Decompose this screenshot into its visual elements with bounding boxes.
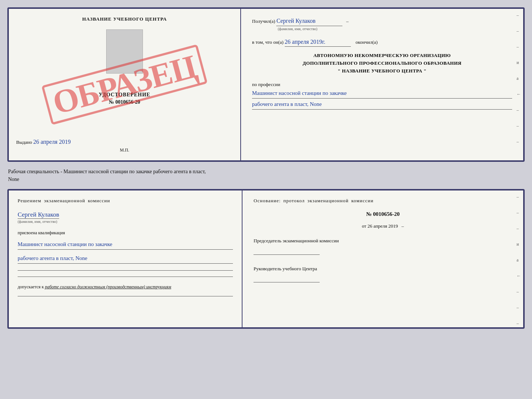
commission-title: Решением экзаменационной комиссии <box>18 198 233 204</box>
separator-line-2 <box>18 277 233 277</box>
protocol-date-prefix: от <box>362 223 366 229</box>
head-block: Руководитель учебного Центра <box>254 265 512 283</box>
cert-number: № 0010656-20 <box>109 99 140 105</box>
protocol-number: № 0010656-20 <box>254 211 512 217</box>
top-document: НАЗВАНИЕ УЧЕБНОГО ЦЕНТРА ОБРАЗЕЦ УДОСТОВ… <box>7 7 525 162</box>
received-field: Получил(а) Сергей Кулаков – (фамилия, им… <box>252 16 512 32</box>
head-signature-line <box>254 274 320 282</box>
qualification-label: присвоена квалификация <box>18 230 233 236</box>
person-block: Сергей Кулаков (фамилия, имя, отчество) <box>18 210 233 224</box>
bottom-left-panel: Решением экзаменационной комиссии Сергей… <box>9 190 242 327</box>
date-field: в том, что он(а) 26 апреля 2019г. окончи… <box>252 37 512 47</box>
side-dashes: – – – и а ← – – – <box>517 13 521 145</box>
date-label: в том, что он(а) <box>252 39 284 45</box>
issued-date: 26 апреля 2019 <box>33 139 71 145</box>
received-name: Сергей Кулаков <box>276 16 342 26</box>
protocol-date-value: 26 апреля 2019 <box>367 223 398 229</box>
person-name: Сергей Кулаков <box>18 211 59 219</box>
person-subtext: (фамилия, имя, отчество) <box>18 220 233 224</box>
received-label: Получил(а) <box>252 18 275 24</box>
separator-line-1 <box>18 270 233 271</box>
admits-italic: работе согласно должностным (производств… <box>45 284 171 289</box>
profession-block: по профессии Машинист насосной станции п… <box>252 80 512 110</box>
top-left-panel: НАЗВАНИЕ УЧЕБНОГО ЦЕНТРА ОБРАЗЕЦ УДОСТОВ… <box>9 9 241 160</box>
admits-text: допускается к работе согласно должностны… <box>18 284 233 290</box>
head-label: Руководитель учебного Центра <box>254 265 512 272</box>
photo-placeholder <box>106 29 143 74</box>
top-right-panel: Получил(а) Сергей Кулаков – (фамилия, им… <box>241 9 523 160</box>
bottom-right-panel: Основание: протокол экзаменационной коми… <box>242 190 523 327</box>
finished-label: окончил(а) <box>356 39 378 45</box>
qualification-line1: Машинист насосной станции по закачке <box>18 239 233 250</box>
profession-line2: рабочего агента в пласт, None <box>252 99 512 110</box>
org-line3: " НАЗВАНИЕ УЧЕБНОГО ЦЕНТРА " <box>252 67 512 75</box>
date-value: 26 апреля 2019г. <box>285 37 351 47</box>
bottom-document: Решением экзаменационной комиссии Сергей… <box>7 189 525 329</box>
between-line1: Рабочая специальность - Машинист насосно… <box>8 168 524 175</box>
cert-title: УДОСТОВЕРЕНИЕ <box>99 92 150 98</box>
between-line2: None <box>8 175 524 183</box>
issued-line: Выдано 26 апреля 2019 <box>16 139 233 145</box>
org-line1: АВТОНОМНУЮ НЕКОММЕРЧЕСКУЮ ОРГАНИЗАЦИЮ <box>252 52 512 60</box>
basis-label: Основание: протокол экзаменационной коми… <box>254 198 512 204</box>
bottom-right-side-dashes: – – – и а ← – – – <box>517 194 521 326</box>
qualification-line2: рабочего агента в пласт, None <box>18 253 233 264</box>
profession-label: по профессии <box>252 82 512 88</box>
received-subtext: (фамилия, имя, отчество) <box>278 26 512 32</box>
protocol-date: от 26 апреля 2019 – <box>254 223 512 229</box>
top-left-title: НАЗВАНИЕ УЧЕБНОГО ЦЕНТРА <box>82 16 167 22</box>
org-block: АВТОНОМНУЮ НЕКОММЕРЧЕСКУЮ ОРГАНИЗАЦИЮ ДО… <box>252 52 512 75</box>
admits-prefix: допускается к <box>18 284 44 289</box>
chairman-signature-line <box>254 246 320 255</box>
org-line2: ДОПОЛНИТЕЛЬНОГО ПРОФЕССИОНАЛЬНОГО ОБРАЗО… <box>252 60 512 67</box>
profession-line1: Машинист насосной станции по закачке <box>252 88 512 99</box>
chairman-label: Председатель экзаменационной комиссии <box>254 237 512 245</box>
separator-line-3 <box>18 296 233 296</box>
issued-label: Выдано <box>16 139 32 145</box>
mp-label: М.П. <box>120 147 129 153</box>
chairman-block: Председатель экзаменационной комиссии <box>254 237 512 255</box>
between-text: Рабочая специальность - Машинист насосно… <box>7 165 525 185</box>
